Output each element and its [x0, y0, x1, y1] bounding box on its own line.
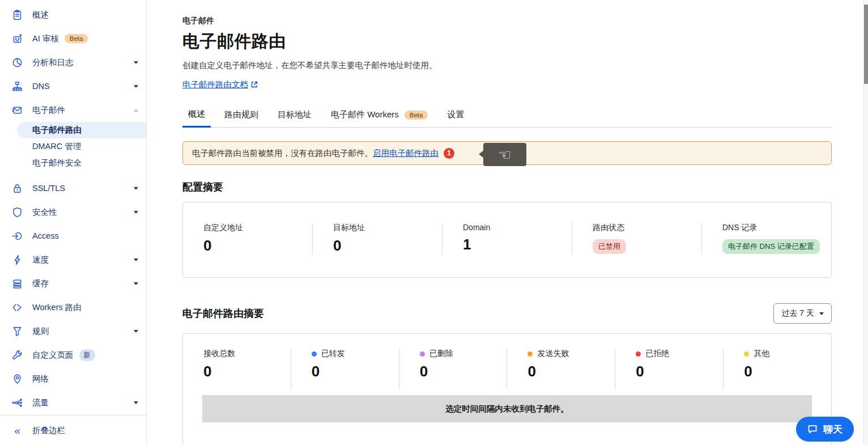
docs-link-label: 电子邮件路由文档 — [182, 79, 248, 90]
stat-value: 0 — [312, 363, 399, 380]
sidebar-item-analytics[interactable]: 分析和日志 — [0, 50, 146, 74]
legend-dot-other — [744, 351, 749, 357]
sidebar-item-label: 流量 — [32, 397, 49, 408]
chevron-down-icon — [134, 187, 138, 190]
sidebar-item-label: DNS — [32, 82, 50, 91]
time-period-label: 过去 7 天 — [781, 308, 814, 319]
stat-label: 已转发 — [321, 349, 345, 359]
sidebar-item-overview[interactable]: 概述 — [0, 3, 146, 27]
sidebar-item-dns[interactable]: DNS — [0, 74, 146, 98]
sidebar-item-label: SSL/TLS — [32, 184, 65, 193]
sidebar-item-label: 分析和日志 — [32, 57, 74, 68]
external-link-icon — [251, 80, 258, 90]
stat-value: 0 — [420, 363, 507, 380]
chevron-down-icon — [134, 258, 138, 261]
new-badge: 新 — [79, 349, 95, 361]
wrench-icon — [12, 350, 23, 361]
legend-dot-rejected — [636, 351, 641, 357]
stat-label: 发送失败 — [537, 349, 569, 359]
tab-routing-rules[interactable]: 路由规则 — [219, 104, 264, 127]
sidebar-item-traffic[interactable]: 流量 — [0, 391, 146, 414]
enable-email-routing-link[interactable]: 启用电子邮件路由 — [373, 148, 439, 159]
tab-label: 设置 — [447, 109, 464, 120]
config-stat-destination-addresses: 目标地址 0 — [312, 223, 442, 255]
sidebar-item-network[interactable]: 网络 — [0, 367, 146, 391]
routing-summary-card: 接收总数 0 已转发 0 已删除 0 发送失败 0 已拒绝 0 其他 0 — [182, 333, 832, 445]
tab-settings[interactable]: 设置 — [441, 104, 470, 127]
page-title: 电子邮件路由 — [182, 30, 832, 53]
stat-label: 接收总数 — [203, 349, 235, 359]
stat-total-received: 接收总数 0 — [183, 349, 291, 389]
envelope-icon — [12, 105, 23, 116]
chevron-up-icon — [134, 109, 138, 112]
sidebar-item-label: 自定义页面 — [32, 350, 74, 361]
stat-value: 0 — [744, 363, 831, 380]
stat-dropped: 已删除 0 — [399, 349, 507, 389]
tab-destination-addresses[interactable]: 目标地址 — [272, 104, 317, 127]
sidebar-item-label: Workers 路由 — [32, 302, 82, 313]
sidebar-item-rules[interactable]: 规则 — [0, 319, 146, 343]
sidebar-item-ai-audit[interactable]: AI 审核 Beta — [0, 27, 146, 50]
robot-icon — [12, 33, 23, 44]
empty-state-message: 选定时间间隔内未收到电子邮件。 — [202, 395, 812, 422]
stat-value: 0 — [636, 363, 723, 380]
page-description: 创建自定义电子邮件地址，在您不希望共享主要电子邮件地址时使用。 — [182, 60, 832, 71]
stat-label: 目标地址 — [333, 223, 442, 233]
tooltip-notch — [479, 150, 484, 158]
sidebar-item-dmarc[interactable]: DMARC 管理 — [0, 138, 146, 155]
sidebar: 概述 AI 审核 Beta 分析和日志 DNS 电子邮件 电子邮件路由 DMAR… — [0, 0, 147, 445]
sidebar-item-label: 安全性 — [32, 207, 57, 218]
shield-icon — [12, 207, 23, 218]
legend-dot-dropped — [420, 351, 425, 357]
sidebar-item-speed[interactable]: 速度 — [0, 248, 146, 272]
stat-label: 路由状态 — [593, 223, 701, 233]
stat-label: 已删除 — [429, 349, 453, 359]
pie-chart-icon — [12, 57, 23, 68]
config-summary-card: 自定义地址 0 目标地址 0 Domain 1 路由状态 已禁用 DNS 记录 … — [182, 202, 832, 278]
clipboard-icon — [12, 10, 23, 20]
sidebar-item-label: 缓存 — [32, 278, 49, 289]
legend-dot-delivery-failed — [527, 351, 533, 357]
config-stat-routing-status: 路由状态 已禁用 — [572, 223, 701, 255]
docs-link[interactable]: 电子邮件路由文档 — [182, 79, 258, 90]
time-period-dropdown[interactable]: 过去 7 天 — [773, 303, 832, 324]
config-stat-dns-records: DNS 记录 电子邮件 DNS 记录已配置 — [701, 223, 831, 255]
sidebar-item-cache[interactable]: 缓存 — [0, 272, 146, 295]
tab-overview[interactable]: 概述 — [182, 104, 211, 128]
sidebar-item-email-routing[interactable]: 电子邮件路由 — [17, 122, 146, 138]
chevron-down-icon — [134, 211, 138, 214]
sidebar-item-email[interactable]: 电子邮件 — [0, 98, 146, 122]
sidebar-item-email-security[interactable]: 电子邮件安全 — [0, 155, 146, 171]
sidebar-item-custom-pages[interactable]: 自定义页面 新 — [0, 343, 146, 367]
code-brackets-icon — [12, 302, 23, 313]
cursor-annotation: ☜ — [483, 143, 526, 166]
legend-dot-forwarded — [312, 351, 317, 357]
sidebar-item-workers-routes[interactable]: Workers 路由 — [0, 295, 146, 319]
lock-icon — [12, 183, 23, 194]
stat-rejected: 已拒绝 0 — [615, 349, 723, 389]
scrollbar-thumb[interactable] — [864, 5, 868, 84]
main-content: 电子邮件 电子邮件路由 创建自定义电子邮件地址，在您不希望共享主要电子邮件地址时… — [147, 0, 868, 445]
sidebar-item-label: 网络 — [32, 374, 49, 384]
stat-other: 其他 0 — [723, 349, 831, 389]
scrollbar-track[interactable] — [863, 0, 868, 445]
sidebar-item-access[interactable]: Access — [0, 224, 146, 248]
routing-summary-stats: 接收总数 0 已转发 0 已删除 0 发送失败 0 已拒绝 0 其他 0 — [183, 334, 831, 389]
stat-delivery-failed: 发送失败 0 — [507, 349, 615, 389]
tab-email-workers[interactable]: 电子邮件 Workers Beta — [325, 104, 433, 127]
access-arrow-icon — [12, 231, 23, 241]
sidebar-item-security[interactable]: 安全性 — [0, 200, 146, 224]
tab-bar: 概述 路由规则 目标地址 电子邮件 Workers Beta 设置 — [182, 104, 832, 128]
double-chevron-left-icon: « — [12, 425, 23, 436]
config-stat-custom-addresses: 自定义地址 0 — [183, 223, 312, 255]
collapse-sidebar-label: 折叠边栏 — [32, 425, 65, 436]
chevron-down-icon — [134, 330, 138, 333]
pointing-hand-icon: ☜ — [498, 147, 511, 162]
stat-forwarded: 已转发 0 — [291, 349, 399, 389]
chat-bubble-icon — [807, 424, 818, 434]
chat-button[interactable]: 聊天 — [796, 417, 854, 442]
collapse-sidebar-button[interactable]: « 折叠边栏 — [0, 416, 146, 445]
sidebar-item-ssl-tls[interactable]: SSL/TLS — [0, 176, 146, 200]
stat-label: Domain — [463, 223, 572, 232]
sidebar-item-label: 电子邮件路由 — [32, 125, 82, 135]
